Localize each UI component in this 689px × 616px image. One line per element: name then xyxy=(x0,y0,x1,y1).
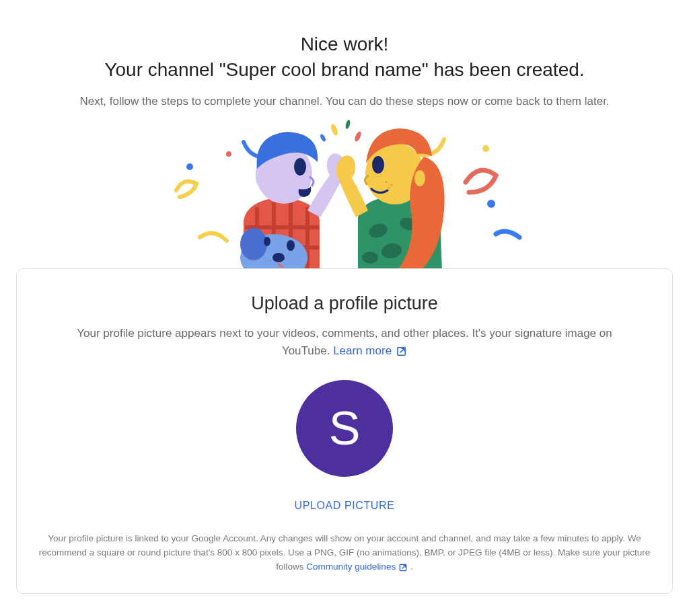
svg-point-20 xyxy=(287,240,295,251)
svg-point-19 xyxy=(240,228,267,260)
svg-point-4 xyxy=(353,130,362,142)
svg-point-34 xyxy=(388,186,390,188)
page-title-line1: Nice work! xyxy=(0,32,689,56)
celebration-illustration xyxy=(0,116,689,271)
svg-point-6 xyxy=(482,145,489,152)
fineprint-period: . xyxy=(410,562,413,572)
learn-more-label: Learn more xyxy=(333,342,392,360)
svg-point-2 xyxy=(330,123,339,137)
svg-point-1 xyxy=(226,151,231,157)
header-section: Nice work! Your channel "Super cool bran… xyxy=(0,0,689,108)
avatar-initial: S xyxy=(329,401,361,455)
svg-point-7 xyxy=(487,200,495,208)
svg-point-21 xyxy=(264,237,270,246)
learn-more-link[interactable]: Learn more xyxy=(333,342,407,360)
card-description: Your profile picture appears next to you… xyxy=(72,325,617,360)
svg-point-30 xyxy=(414,170,425,186)
svg-point-5 xyxy=(319,133,326,142)
svg-point-27 xyxy=(362,252,378,264)
community-guidelines-link[interactable]: Community guidelines xyxy=(306,560,408,574)
page-subtitle: Next, follow the steps to complete your … xyxy=(0,95,689,108)
svg-point-32 xyxy=(386,181,388,183)
svg-point-33 xyxy=(391,184,393,186)
upload-profile-card: Upload a profile picture Your profile pi… xyxy=(16,268,673,594)
profile-avatar: S xyxy=(296,380,393,477)
svg-point-31 xyxy=(372,156,384,174)
svg-point-22 xyxy=(273,253,285,262)
card-title: Upload a profile picture xyxy=(37,293,652,314)
page-title-line2: Your channel "Super cool brand name" has… xyxy=(0,58,689,82)
svg-point-0 xyxy=(186,163,193,170)
svg-point-16 xyxy=(294,158,306,176)
external-link-icon xyxy=(398,563,408,572)
svg-point-3 xyxy=(344,119,351,129)
external-link-icon xyxy=(396,346,407,357)
upload-picture-button[interactable]: UPLOAD PICTURE xyxy=(295,500,395,512)
svg-point-15 xyxy=(256,169,268,187)
fineprint: Your profile picture is linked to your G… xyxy=(37,532,652,574)
community-guidelines-label: Community guidelines xyxy=(306,560,396,574)
